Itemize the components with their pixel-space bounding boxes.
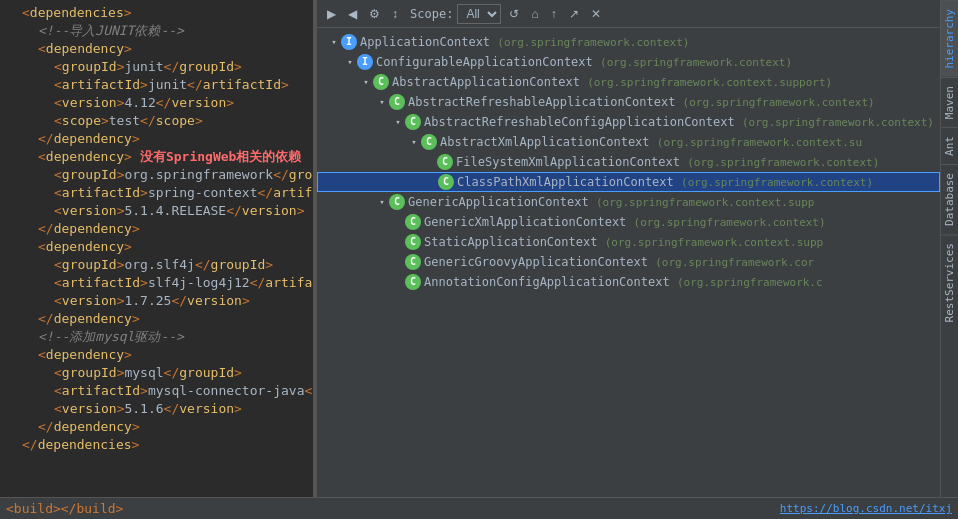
bracket: > xyxy=(234,58,242,76)
up-button[interactable]: ↑ xyxy=(547,5,561,23)
close-button[interactable]: ✕ xyxy=(587,5,605,23)
bracket: </ xyxy=(38,220,54,238)
tree-item-3[interactable]: ▾CAbstractApplicationContext (org.spring… xyxy=(317,72,940,92)
tree-text-4: AbstractRefreshableApplicationContext (o… xyxy=(408,92,875,113)
tree-text-9: GenericApplicationContext (org.springfra… xyxy=(408,192,814,213)
bracket: </ xyxy=(22,436,38,454)
tree-icon-2: I xyxy=(357,54,373,70)
scope-label: Scope: xyxy=(410,7,453,21)
tree-item-5[interactable]: ▾CAbstractRefreshableConfigApplicationCo… xyxy=(317,112,940,132)
text: spring-context xyxy=(148,184,258,202)
comment: <!--添加mysql驱动--> xyxy=(38,328,184,346)
tree-text-7: FileSystemXmlApplicationContext (org.spr… xyxy=(456,152,879,173)
text: org.slf4j xyxy=(124,256,194,274)
class-name-7: FileSystemXmlApplicationContext xyxy=(456,155,687,169)
bracket: > xyxy=(124,40,132,58)
sidebar-tab-database[interactable]: Database xyxy=(941,164,958,234)
text: junit xyxy=(124,58,163,76)
code-line-12: <version>5.1.4.RELEASE</version> xyxy=(0,202,313,220)
bracket: > xyxy=(140,382,148,400)
tree-panel[interactable]: ▾IApplicationContext (org.springframewor… xyxy=(317,28,940,497)
tag-name: scope xyxy=(156,112,195,130)
bracket: > xyxy=(195,112,203,130)
sidebar-tab-rest[interactable]: RestServices xyxy=(941,234,958,330)
tree-icon-9: C xyxy=(389,194,405,210)
bracket: </ xyxy=(195,256,211,274)
text: 5.1.6 xyxy=(124,400,163,418)
tag-name: artifactId xyxy=(62,184,140,202)
class-name-6: AbstractXmlApplicationContext xyxy=(440,135,657,149)
tree-item-9[interactable]: ▾CGenericApplicationContext (org.springf… xyxy=(317,192,940,212)
tree-item-1[interactable]: ▾IApplicationContext (org.springframewor… xyxy=(317,32,940,52)
bracket: > xyxy=(117,400,125,418)
tag-name: groupId xyxy=(179,364,234,382)
class-name-10: GenericXmlApplicationContext xyxy=(424,215,634,229)
tag-name: dependency xyxy=(46,346,124,364)
bottom-url[interactable]: https://blog.csdn.net/itxj xyxy=(780,502,952,515)
tag-name: version xyxy=(242,202,297,220)
settings-button[interactable]: ⌂ xyxy=(527,5,542,23)
code-content[interactable]: <dependencies> <!--导入JUNIT依赖--> <depende… xyxy=(0,0,313,497)
text: slf4j-log4j12 xyxy=(148,274,250,292)
tree-icon-13: C xyxy=(405,274,421,290)
filter-button[interactable]: ⚙ xyxy=(365,5,384,23)
code-line-21: <groupId>mysql</groupId> xyxy=(0,364,313,382)
tree-arrow-2: ▾ xyxy=(343,52,357,72)
right-button[interactable]: ↗ xyxy=(565,5,583,23)
tree-item-13[interactable]: CAnnotationConfigApplicationContext (org… xyxy=(317,272,940,292)
bracket: < xyxy=(54,400,62,418)
bracket: > xyxy=(234,400,242,418)
bracket: < xyxy=(54,292,62,310)
tree-item-2[interactable]: ▾IConfigurableApplicationContext (org.sp… xyxy=(317,52,940,72)
right-panel: ▶ ◀ ⚙ ↕ Scope: All ↺ ⌂ ↑ ↗ ✕ ▾IApplicati… xyxy=(316,0,940,497)
bracket: </ xyxy=(273,166,289,184)
text: mysql xyxy=(124,364,163,382)
expand-button[interactable]: ▶ xyxy=(323,5,340,23)
tree-item-12[interactable]: CGenericGroovyApplicationContext (org.sp… xyxy=(317,252,940,272)
collapse-button[interactable]: ◀ xyxy=(344,5,361,23)
tree-item-7[interactable]: CFileSystemXmlApplicationContext (org.sp… xyxy=(317,152,940,172)
bracket: > xyxy=(132,436,140,454)
tree-item-11[interactable]: CStaticApplicationContext (org.springfra… xyxy=(317,232,940,252)
text: 5.1.4.RELEASE xyxy=(124,202,226,220)
refresh-button[interactable]: ↺ xyxy=(505,5,523,23)
scope-select[interactable]: All xyxy=(457,4,501,24)
bracket: > xyxy=(140,184,148,202)
tree-item-4[interactable]: ▾CAbstractRefreshableApplicationContext … xyxy=(317,92,940,112)
class-name-11: StaticApplicationContext xyxy=(424,235,605,249)
sidebar-tab-ant[interactable]: Ant xyxy=(941,127,958,164)
tree-item-6[interactable]: ▾CAbstractXmlApplicationContext (org.spr… xyxy=(317,132,940,152)
class-name-2: ConfigurableApplicationContext xyxy=(376,55,600,69)
bracket: > xyxy=(140,274,148,292)
text: mysql-connector-java xyxy=(148,382,305,400)
package-name-4: (org.springframework.context) xyxy=(683,96,875,109)
tree-item-8[interactable]: CClassPathXmlApplicationContext (org.spr… xyxy=(317,172,940,192)
bracket: > xyxy=(132,130,140,148)
tree-text-6: AbstractXmlApplicationContext (org.sprin… xyxy=(440,132,862,153)
bracket: < xyxy=(54,76,62,94)
code-line-24: </dependency> xyxy=(0,418,313,436)
code-line-15: <groupId>org.slf4j</groupId> xyxy=(0,256,313,274)
bracket: > xyxy=(132,418,140,436)
tree-text-8: ClassPathXmlApplicationContext (org.spri… xyxy=(457,172,873,193)
bracket: > xyxy=(117,364,125,382)
tree-item-10[interactable]: CGenericXmlApplicationContext (org.sprin… xyxy=(317,212,940,232)
sidebar-tab-maven[interactable]: Maven xyxy=(941,77,958,127)
sort-button[interactable]: ↕ xyxy=(388,5,402,23)
bracket: </ xyxy=(38,418,54,436)
tag-name: groupId xyxy=(211,256,266,274)
bracket: </ xyxy=(140,112,156,130)
tag-name: groupId xyxy=(289,166,314,184)
bracket: > xyxy=(140,76,148,94)
code-line-14: <dependency> xyxy=(0,238,313,256)
sidebar-tab-hierarchy[interactable]: hierarchy xyxy=(941,0,958,77)
bracket: > xyxy=(117,94,125,112)
package-name-7: (org.springframework.context) xyxy=(687,156,879,169)
code-line-8: </dependency> xyxy=(0,130,313,148)
bracket: > xyxy=(281,76,289,94)
build-close-bracket: ></ xyxy=(53,501,76,516)
tree-text-10: GenericXmlApplicationContext (org.spring… xyxy=(424,212,826,233)
package-name-8: (org.springframework.context) xyxy=(681,176,873,189)
code-line-18: </dependency> xyxy=(0,310,313,328)
build-end-bracket: > xyxy=(116,501,124,516)
